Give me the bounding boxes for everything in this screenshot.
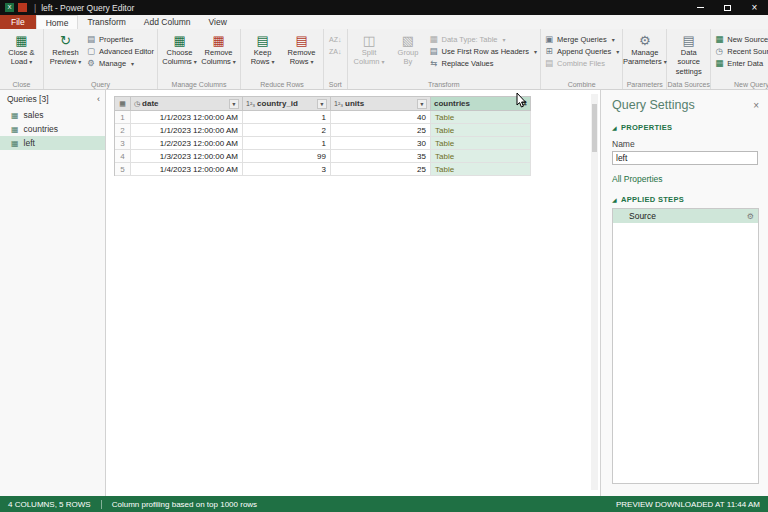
- properties-section-header[interactable]: ◢ PROPERTIES: [612, 123, 759, 132]
- cell-units[interactable]: 30: [331, 137, 431, 150]
- cell-country-id[interactable]: 99: [243, 150, 331, 163]
- group-label-combine: Combine: [541, 81, 622, 88]
- remove-columns-icon: ▦: [212, 33, 224, 48]
- row-number[interactable]: 4: [115, 150, 131, 163]
- use-first-row-as-headers-button[interactable]: ▤ Use First Row as Headers ▾: [429, 47, 538, 56]
- row-number[interactable]: 2: [115, 124, 131, 137]
- cell-units[interactable]: 35: [331, 150, 431, 163]
- table-link[interactable]: Table: [435, 126, 454, 135]
- cell-countries[interactable]: Table: [431, 137, 531, 150]
- chevron-down-icon: ▾: [233, 59, 236, 65]
- properties-label: Properties: [99, 35, 133, 44]
- group-by-button[interactable]: ▧ Group By: [390, 31, 427, 67]
- queries-pane-title: Queries [3]: [7, 94, 97, 104]
- query-item-left[interactable]: ▦ left: [0, 136, 105, 150]
- tab-add-column[interactable]: Add Column: [135, 15, 200, 29]
- scrollbar-thumb[interactable]: [592, 104, 597, 152]
- remove-rows-button[interactable]: ▤ Remove Rows▾: [283, 31, 320, 67]
- manage-button[interactable]: ⚙ Manage ▾: [86, 59, 154, 68]
- table-link[interactable]: Table: [435, 152, 454, 161]
- column-name: country_id: [257, 99, 298, 108]
- cell-country-id[interactable]: 3: [243, 163, 331, 176]
- cell-units[interactable]: 40: [331, 111, 431, 124]
- tab-home[interactable]: Home: [36, 15, 79, 29]
- split-column-label2: Column: [354, 57, 380, 66]
- data-source-settings-button[interactable]: ▤ Data source settings: [670, 31, 707, 76]
- query-item-countries[interactable]: ▦ countries: [0, 122, 105, 136]
- gear-icon[interactable]: ⚙: [747, 212, 754, 221]
- applied-steps-heading: APPLIED STEPS: [621, 195, 684, 204]
- cell-date[interactable]: 1/2/2023 12:00:00 AM: [131, 137, 243, 150]
- query-name-input[interactable]: [612, 151, 758, 165]
- data-type-button[interactable]: ▦ Data Type: Table ▾: [429, 35, 538, 44]
- column-header-date[interactable]: ◷ date ▾: [131, 97, 243, 111]
- close-panel-icon[interactable]: ×: [753, 100, 759, 111]
- cell-units[interactable]: 25: [331, 124, 431, 137]
- all-properties-link[interactable]: All Properties: [612, 174, 759, 184]
- refresh-label: Refresh: [52, 48, 78, 57]
- tab-view[interactable]: View: [200, 15, 236, 29]
- column-header-country-id[interactable]: 1²₃ country_id ▾: [243, 97, 331, 111]
- merge-queries-button[interactable]: ▣ Merge Queries ▾: [544, 35, 619, 44]
- filter-dropdown-icon[interactable]: ▾: [317, 99, 327, 109]
- remove-columns-button[interactable]: ▦ Remove Columns▾: [200, 31, 237, 67]
- append-queries-button[interactable]: ⊞ Append Queries ▾: [544, 47, 619, 56]
- column-header-units[interactable]: 1²₃ units ▾: [331, 97, 431, 111]
- row-number[interactable]: 5: [115, 163, 131, 176]
- cell-countries[interactable]: Table: [431, 124, 531, 137]
- row-number[interactable]: 1: [115, 111, 131, 124]
- query-item-label: left: [24, 138, 35, 148]
- table-link[interactable]: Table: [435, 139, 454, 148]
- keep-rows-button[interactable]: ▤ Keep Rows▾: [244, 31, 281, 67]
- minimize-button[interactable]: [687, 0, 714, 15]
- replace-values-button[interactable]: ⇆ Replace Values: [429, 59, 538, 68]
- recent-sources-button[interactable]: ◷ Recent Sources ▾: [714, 47, 768, 56]
- tab-transform[interactable]: Transform: [78, 15, 134, 29]
- cell-units[interactable]: 25: [331, 163, 431, 176]
- manage-parameters-button[interactable]: ⚙ Manage Parameters▾: [626, 31, 663, 67]
- table-link[interactable]: Table: [435, 165, 454, 174]
- advanced-editor-button[interactable]: ▢ Advanced Editor: [86, 47, 154, 56]
- tab-file[interactable]: File: [0, 15, 36, 29]
- refresh-preview-button[interactable]: ↻ Refresh Preview▾: [47, 31, 84, 67]
- corner-cell[interactable]: ▦: [115, 97, 131, 111]
- row-number[interactable]: 3: [115, 137, 131, 150]
- query-item-label: sales: [24, 110, 44, 120]
- enter-data-icon: ▦: [714, 59, 724, 68]
- sort-ascending-button[interactable]: AZ↓: [327, 35, 343, 44]
- applied-steps-section-header[interactable]: ◢ APPLIED STEPS: [612, 195, 759, 204]
- manage-label: Manage: [99, 59, 126, 68]
- new-source-button[interactable]: ▦ New Source ▾: [714, 35, 768, 44]
- cell-date[interactable]: 1/1/2023 12:00:00 AM: [131, 111, 243, 124]
- restore-button[interactable]: [714, 0, 741, 15]
- cell-date[interactable]: 1/1/2023 12:00:00 AM: [131, 124, 243, 137]
- collapse-pane-icon[interactable]: ‹: [97, 94, 100, 104]
- close-and-load-button[interactable]: ▦ Close & Load▾: [3, 31, 40, 67]
- cell-country-id[interactable]: 1: [243, 137, 331, 150]
- cell-country-id[interactable]: 2: [243, 124, 331, 137]
- ribbon-group-data-sources: ▤ Data source settings Data Sources: [667, 29, 711, 89]
- table-link[interactable]: Table: [435, 113, 454, 122]
- properties-button[interactable]: ▤ Properties: [86, 35, 154, 44]
- combine-files-button[interactable]: ▤ Combine Files: [544, 59, 619, 68]
- enter-data-button[interactable]: ▦ Enter Data: [714, 59, 768, 68]
- cell-country-id[interactable]: 1: [243, 111, 331, 124]
- status-profiling[interactable]: Column profiling based on top 1000 rows: [101, 500, 257, 509]
- cell-date[interactable]: 1/4/2023 12:00:00 AM: [131, 163, 243, 176]
- merge-queries-icon: ▣: [544, 35, 554, 44]
- refresh-label2: Preview: [50, 57, 77, 66]
- cell-date[interactable]: 1/3/2023 12:00:00 AM: [131, 150, 243, 163]
- properties-heading: PROPERTIES: [621, 123, 672, 132]
- advanced-editor-icon: ▢: [86, 47, 96, 56]
- vertical-scrollbar[interactable]: [591, 94, 598, 490]
- sort-descending-button[interactable]: ZA↓: [327, 47, 343, 56]
- split-column-button[interactable]: ◫ Split Column▾: [351, 31, 388, 67]
- step-source[interactable]: Source ⚙: [613, 209, 758, 223]
- query-item-sales[interactable]: ▦ sales: [0, 108, 105, 122]
- cell-countries[interactable]: Table: [431, 163, 531, 176]
- filter-dropdown-icon[interactable]: ▾: [417, 99, 427, 109]
- choose-columns-button[interactable]: ▦ Choose Columns▾: [161, 31, 198, 67]
- close-button[interactable]: ×: [741, 0, 768, 15]
- filter-dropdown-icon[interactable]: ▾: [229, 99, 239, 109]
- cell-countries[interactable]: Table: [431, 150, 531, 163]
